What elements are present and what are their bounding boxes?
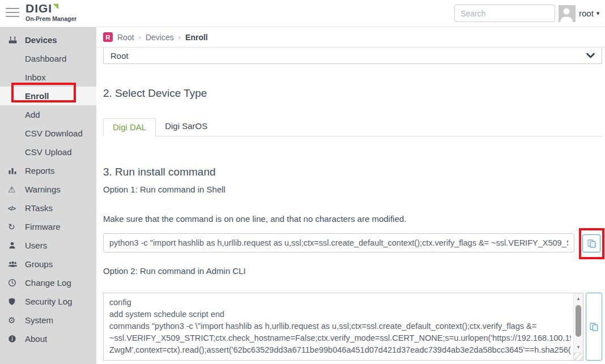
copy-shell-command-button[interactable] <box>582 234 600 252</box>
sidebar-item-reports[interactable]: Reports <box>0 161 96 180</box>
sidebar-item-csv-download[interactable]: CSV Download <box>0 124 96 143</box>
sidebar-item-label: Groups <box>25 259 53 269</box>
refresh-icon: ↻ <box>8 222 25 232</box>
user-name: root <box>579 8 594 18</box>
one-line-note: Make sure that the command is on one lin… <box>103 214 406 224</box>
sidebar-item-label: System <box>25 315 53 325</box>
sidebar-item-enroll[interactable]: Enroll <box>0 87 96 105</box>
sidebar-item-devices[interactable]: Devices <box>0 31 96 49</box>
cli-line: commands "python3 -c \"import hashlib as… <box>109 320 571 332</box>
scrollbar-thumb[interactable] <box>576 305 581 337</box>
logo-triangle-icon: ◥ <box>53 2 58 10</box>
sidebar-item-add[interactable]: Add <box>0 105 96 124</box>
cli-command-textarea[interactable]: config add system schedule script end co… <box>103 293 583 361</box>
hamburger-menu-icon[interactable] <box>6 8 19 18</box>
sidebar-item-users[interactable]: Users <box>0 236 96 255</box>
sidebar-item-label: Firmware <box>25 222 61 232</box>
breadcrumb-devices[interactable]: Devices <box>146 33 174 42</box>
code-icon: </> <box>8 203 25 213</box>
sidebar-item-groups[interactable]: Groups <box>0 255 96 273</box>
sidebar-item-system[interactable]: ⚙ System <box>0 311 96 329</box>
sidebar-item-label: Change Log <box>25 278 71 288</box>
main-content: R Root › Devices › Enroll Root 2. Select… <box>96 27 605 364</box>
chevron-down-icon <box>586 53 595 58</box>
sidebar-item-label: Users <box>25 241 47 250</box>
digi-logo: DIGI◥ On-Prem Manager <box>25 2 76 22</box>
logo-subtitle: On-Prem Manager <box>25 15 76 22</box>
cli-line: config <box>109 297 571 309</box>
section-title-device-type: 2. Select Device Type <box>103 87 207 100</box>
bar-chart-icon <box>8 166 25 175</box>
breadcrumb: R Root › Devices › Enroll <box>96 27 605 48</box>
sidebar-item-label: Warnings <box>25 185 61 194</box>
sidebar-item-change-log[interactable]: Change Log <box>0 273 96 292</box>
sidebar-item-warnings[interactable]: ⚠ Warnings <box>0 180 96 199</box>
user-caret-icon: ▾ <box>597 10 600 17</box>
group-select[interactable]: Root <box>103 48 602 64</box>
sidebar-item-firmware[interactable]: ↻ Firmware <box>0 217 96 236</box>
history-clock-icon <box>8 278 25 288</box>
sidebar-nav: Devices Dashboard Inbox Enroll Add CSV D… <box>0 27 96 364</box>
scroll-up-icon[interactable]: ▲ <box>574 294 583 303</box>
tab-digi-dal[interactable]: Digi DAL <box>103 118 156 136</box>
group-select-value: Root <box>110 51 586 61</box>
logo-text: DIGI <box>25 2 52 15</box>
shield-icon <box>8 297 25 306</box>
sidebar-item-label: Dashboard <box>25 54 66 63</box>
shell-command-input[interactable] <box>103 233 574 252</box>
cli-line: ~ssl.VERIFY_X509_STRICT;ctx.check_hostna… <box>109 332 571 344</box>
sidebar-item-dashboard[interactable]: Dashboard <box>0 49 96 68</box>
chevron-right-icon: › <box>178 33 181 41</box>
option2-label: Option 2: Run command in Admin CLI <box>103 266 246 276</box>
gear-icon: ⚙ <box>8 315 25 325</box>
breadcrumb-enroll: Enroll <box>185 33 208 42</box>
avatar <box>559 5 576 22</box>
sidebar-item-inbox[interactable]: Inbox <box>0 68 96 87</box>
sidebar-item-label: About <box>25 334 47 344</box>
sidebar-item-label: Inbox <box>25 72 46 82</box>
search-input[interactable] <box>454 5 555 22</box>
user-menu[interactable]: root ▾ <box>559 5 599 22</box>
breadcrumb-root[interactable]: Root <box>117 33 134 42</box>
cli-line: ZwgM',context=ctx).read();assert('62bc63… <box>109 344 571 356</box>
sidebar-item-label: CSV Upload <box>25 147 72 157</box>
section-title-run-command: 3. Run install command <box>103 166 216 178</box>
scrollbar[interactable]: ▲ ▼ <box>573 293 583 353</box>
sidebar-item-label: Devices <box>25 35 57 45</box>
sidebar-item-csv-upload[interactable]: CSV Upload <box>0 143 96 161</box>
top-header-bar: DIGI◥ On-Prem Manager root ▾ <box>0 0 605 27</box>
group-icon <box>8 259 25 269</box>
sidebar-item-about[interactable]: About <box>0 329 96 348</box>
info-icon <box>8 334 25 344</box>
scroll-down-icon[interactable]: ▼ <box>574 343 583 352</box>
sidebar-item-label: RTasks <box>25 203 53 213</box>
user-icon <box>8 241 25 250</box>
root-group-badge: R <box>103 32 113 42</box>
copy-cli-command-button[interactable] <box>586 293 602 361</box>
sidebar-item-label: Security Log <box>25 297 72 306</box>
tab-digi-saros[interactable]: Digi SarOS <box>156 118 216 136</box>
cli-command-text: config add system schedule script end co… <box>104 293 573 360</box>
sidebar-item-security-log[interactable]: Security Log <box>0 292 96 311</box>
option1-label: Option 1: Run command in Shell <box>103 185 225 194</box>
sidebar-item-rtasks[interactable]: </> RTasks <box>0 199 96 217</box>
warning-icon: ⚠ <box>8 185 25 194</box>
clipboard-copy-icon <box>587 239 596 248</box>
app-window: DIGI◥ On-Prem Manager root ▾ Devices Das… <box>0 0 605 364</box>
resize-grip[interactable] <box>573 353 583 360</box>
sidebar-item-label: Reports <box>25 166 55 175</box>
chevron-right-icon: › <box>139 33 141 41</box>
cli-line: add system schedule script end <box>109 309 571 320</box>
device-type-tabs: Digi DAL Digi SarOS <box>103 118 602 136</box>
devices-icon <box>8 35 25 45</box>
sidebar-item-label: Enroll <box>25 91 49 101</box>
sidebar-item-label: CSV Download <box>25 129 83 138</box>
sidebar-item-label: Add <box>25 110 40 119</box>
clipboard-copy-icon <box>590 323 598 331</box>
